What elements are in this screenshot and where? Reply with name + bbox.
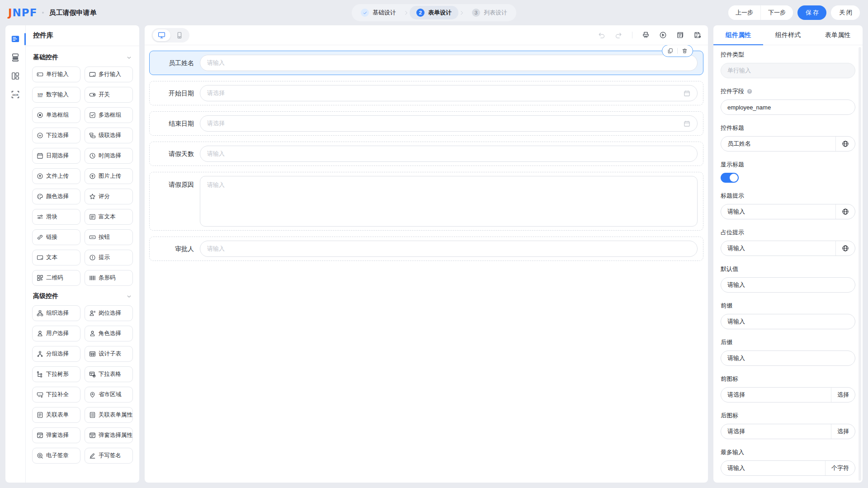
library-item[interactable]: 条形码: [85, 270, 133, 286]
library-item[interactable]: 手写签名: [85, 448, 133, 464]
mobile-view-button[interactable]: [170, 29, 188, 41]
step-list-design[interactable]: 3 列表设计: [465, 6, 514, 19]
canvas-field[interactable]: 结束日期请选择: [149, 111, 703, 136]
library-item[interactable]: 时间选择: [85, 148, 133, 164]
library-item[interactable]: 富文本: [85, 209, 133, 225]
property-input[interactable]: 请选择选择: [721, 424, 855, 439]
save-draft-icon[interactable]: [693, 31, 701, 39]
canvas-field[interactable]: 请假天数请输入: [149, 142, 703, 166]
save-button[interactable]: 保存: [797, 5, 826, 20]
canvas-field[interactable]: 审批人请输入: [149, 237, 703, 261]
library-item[interactable]: 下拉补全: [32, 387, 80, 403]
library-item[interactable]: 弹窗选择属性: [85, 427, 133, 443]
library-item[interactable]: 下拉选择: [32, 128, 80, 143]
canvas-field[interactable]: 员工姓名请输入: [149, 51, 703, 75]
next-step-button[interactable]: 下一步: [760, 5, 793, 20]
property-value[interactable]: 单行输入: [721, 63, 855, 78]
prev-step-button[interactable]: 上一步: [728, 5, 760, 20]
redo-icon[interactable]: [615, 31, 623, 39]
library-item[interactable]: 123数字输入: [32, 87, 80, 103]
help-icon[interactable]: ?: [746, 88, 753, 95]
property-value[interactable]: employee_name: [721, 100, 855, 114]
property-placeholder[interactable]: 请输入: [721, 204, 835, 219]
property-placeholder[interactable]: 请输入: [721, 278, 855, 292]
property-input[interactable]: 员工姓名: [721, 136, 855, 152]
library-item[interactable]: 文件上传: [32, 168, 80, 184]
library-item[interactable]: 用户选择: [32, 326, 80, 341]
scrollbar[interactable]: [859, 47, 861, 481]
library-item[interactable]: 滑块: [32, 209, 80, 225]
property-placeholder[interactable]: 请选择: [721, 388, 831, 402]
layout-icon[interactable]: [11, 71, 20, 81]
property-input[interactable]: 请输入: [721, 277, 855, 293]
library-item[interactable]: 开关: [85, 87, 133, 103]
library-section-header[interactable]: 高级控件: [33, 292, 132, 300]
library-section-header[interactable]: 基础控件: [33, 53, 132, 62]
field-input[interactable]: 请选择: [200, 85, 698, 101]
property-input[interactable]: 请输入: [721, 314, 855, 329]
property-placeholder[interactable]: 请选择: [721, 424, 831, 439]
globe-icon[interactable]: [835, 137, 855, 151]
widgets-icon[interactable]: [11, 34, 20, 43]
form-layers-icon[interactable]: [11, 53, 20, 62]
ocr-icon[interactable]: OCR: [11, 90, 20, 99]
property-placeholder[interactable]: 请输入: [721, 461, 825, 475]
library-item[interactable]: 多选框组: [85, 107, 133, 123]
field-input[interactable]: 请选择: [200, 115, 698, 132]
append-button[interactable]: 选择: [831, 424, 855, 439]
append-button[interactable]: 个字符: [825, 461, 855, 475]
globe-icon[interactable]: [835, 241, 855, 256]
step-form-design[interactable]: 2 表单设计: [410, 6, 458, 19]
close-button[interactable]: 关闭: [831, 5, 860, 20]
show-title-toggle[interactable]: [721, 173, 739, 183]
property-input[interactable]: 请输入: [721, 241, 855, 256]
library-item[interactable]: 日期选择: [32, 148, 80, 164]
library-item[interactable]: 分组选择: [32, 346, 80, 362]
field-input[interactable]: 请输入: [200, 55, 698, 71]
preview-icon[interactable]: [659, 31, 667, 39]
property-input[interactable]: 请选择选择: [721, 387, 855, 403]
library-item[interactable]: 关联表单: [32, 407, 80, 423]
property-input[interactable]: 请输入: [721, 204, 855, 219]
property-placeholder[interactable]: 请输入: [721, 314, 855, 329]
library-item[interactable]: 下拉树形: [32, 366, 80, 382]
library-item[interactable]: 电子签章: [32, 448, 80, 464]
undo-icon[interactable]: [598, 31, 605, 39]
library-item[interactable]: 设计子表: [85, 346, 133, 362]
field-input[interactable]: 请输入: [200, 241, 698, 257]
desktop-view-button[interactable]: [153, 29, 170, 41]
property-placeholder[interactable]: 请输入: [721, 351, 855, 365]
library-item[interactable]: 省市区域: [85, 387, 133, 403]
library-item[interactable]: 二维码: [32, 270, 80, 286]
library-item[interactable]: 级联选择: [85, 128, 133, 143]
library-item[interactable]: 图片上传: [85, 168, 133, 184]
property-input[interactable]: 请输入个字符: [721, 460, 855, 476]
clear-canvas-icon[interactable]: [642, 31, 650, 39]
library-item[interactable]: 下拉表格: [85, 366, 133, 382]
library-item[interactable]: 组织选择: [32, 305, 80, 321]
property-input[interactable]: 请输入: [721, 351, 855, 366]
library-item[interactable]: 单行输入: [32, 66, 80, 82]
library-item[interactable]: 颜色选择: [32, 189, 80, 204]
tab-component-style[interactable]: 组件样式: [763, 25, 813, 45]
tab-form-props[interactable]: 表单属性: [813, 25, 863, 45]
field-input[interactable]: 请输入: [200, 146, 698, 162]
library-item[interactable]: 岗位选择: [85, 305, 133, 321]
library-item[interactable]: 评分: [85, 189, 133, 204]
library-item[interactable]: 单选框组: [32, 107, 80, 123]
library-item[interactable]: 关联表单属性: [85, 407, 133, 423]
tab-component-props[interactable]: 组件属性: [713, 25, 763, 45]
step-basic-design[interactable]: 基础设计: [354, 6, 403, 19]
field-textarea[interactable]: 请输入: [200, 176, 698, 227]
property-value[interactable]: 员工姓名: [721, 137, 835, 151]
canvas-field[interactable]: 请假原因请输入: [149, 172, 703, 231]
library-item[interactable]: 链接: [32, 229, 80, 245]
library-item[interactable]: 提示: [85, 250, 133, 265]
library-item[interactable]: 角色选择: [85, 326, 133, 341]
property-value[interactable]: 请输入: [721, 241, 835, 256]
copy-icon[interactable]: [667, 48, 673, 54]
property-input[interactable]: employee_name: [721, 99, 855, 115]
library-item[interactable]: 按钮: [85, 229, 133, 245]
library-item[interactable]: 多行输入: [85, 66, 133, 82]
globe-icon[interactable]: [835, 204, 855, 219]
